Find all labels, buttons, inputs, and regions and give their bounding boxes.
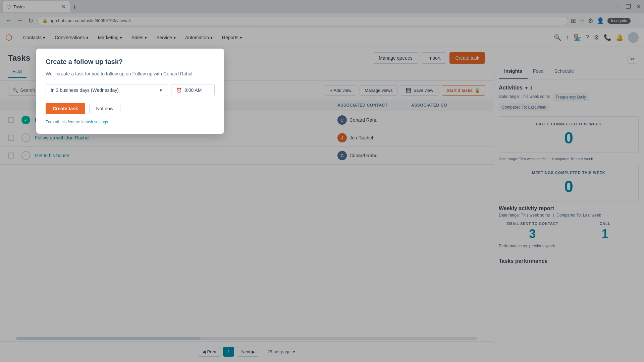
modal-overlay: Create a follow up task? We'll create a … bbox=[0, 0, 644, 362]
clock-icon: ⏰ bbox=[176, 87, 182, 93]
time-picker[interactable]: ⏰ 8:00 AM bbox=[171, 84, 215, 96]
task-settings-link[interactable]: task settings bbox=[86, 120, 108, 124]
modal-footer: Turn off this feature in task settings bbox=[46, 120, 215, 124]
modal-schedule-row: In 3 business days (Wednesday) ▾ ⏰ 8:00 … bbox=[46, 84, 215, 96]
modal-actions: Create task Not now bbox=[46, 103, 215, 114]
modal-not-now-button[interactable]: Not now bbox=[89, 103, 120, 114]
follow-up-task-modal: Create a follow up task? We'll create a … bbox=[36, 49, 224, 134]
chevron-down-icon: ▾ bbox=[160, 87, 162, 93]
modal-description: We'll create a task for you to follow up… bbox=[46, 70, 215, 77]
schedule-dropdown[interactable]: In 3 business days (Wednesday) ▾ bbox=[46, 84, 167, 96]
modal-title: Create a follow up task? bbox=[46, 58, 215, 66]
modal-create-task-button[interactable]: Create task bbox=[46, 103, 85, 114]
